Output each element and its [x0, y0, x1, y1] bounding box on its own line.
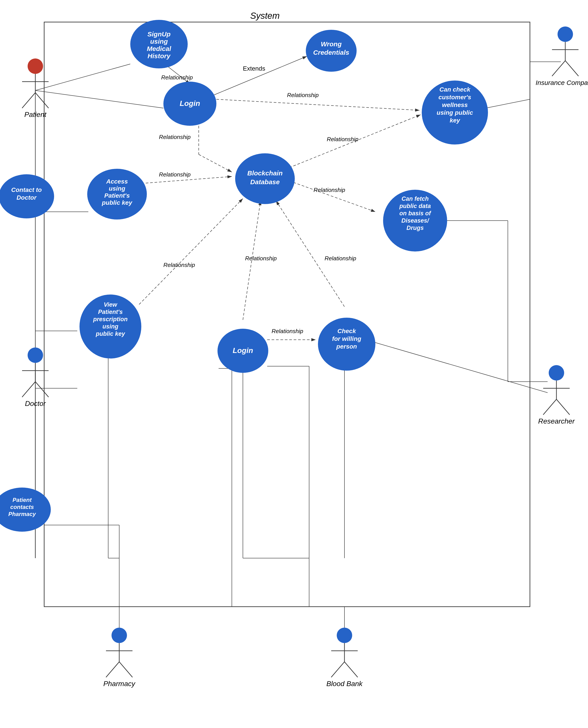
canfetch-text5: Drugs [406, 225, 424, 231]
access-text1: Access [106, 178, 128, 185]
researcher-actor-head [549, 365, 564, 380]
access-text2: using [109, 185, 125, 192]
signup-text4: History [147, 52, 171, 60]
svg-line-64 [119, 662, 132, 677]
cancheck-text5: key [450, 117, 460, 124]
rel-label-checkwilling-blockchain: Relationship [324, 255, 356, 262]
bloodbank-label: Blood Bank [327, 680, 363, 688]
svg-line-55 [552, 61, 565, 76]
insurance-actor-head [558, 26, 573, 42]
cancheck-text4: using public [437, 109, 473, 116]
canfetch-text4: Diseases/ [401, 217, 429, 224]
rel-label-access-blockchain: Relationship [159, 171, 191, 178]
canfetch-text3: on basis of [399, 210, 432, 217]
cancheck-text1: Can check [439, 86, 470, 93]
svg-line-18 [139, 199, 243, 305]
rel-label-view-blockchain: Relationship [163, 262, 195, 268]
signup-text1: SignUp [147, 30, 171, 38]
cancheck-text3: wellness [442, 102, 468, 108]
canfetch-text1: Can fetch [401, 196, 428, 202]
svg-line-63 [106, 662, 119, 677]
svg-line-60 [556, 399, 570, 415]
access-text3: Patient's [104, 192, 130, 199]
patient-label: Patient [24, 111, 47, 118]
svg-line-59 [543, 399, 556, 415]
signup-text3: Medical [147, 45, 171, 52]
svg-line-67 [331, 662, 344, 677]
researcher-label: Researcher [538, 417, 575, 425]
wrongcreds-text2: Credentials [313, 49, 349, 56]
svg-line-47 [22, 93, 35, 108]
svg-line-21 [276, 201, 344, 307]
patientpharmacy-text3: Pharmacy [8, 511, 36, 517]
rel-label-signup-login: Relationship [161, 74, 193, 81]
svg-line-51 [22, 382, 35, 397]
insurance-label: Insurance Company [536, 79, 588, 86]
patientpharmacy-text1: Patient [13, 497, 32, 503]
svg-line-48 [35, 93, 48, 108]
bloodbank-actor-head [337, 627, 352, 643]
cancheck-text2: customer's [439, 94, 471, 101]
viewprescription-text3: prescription [93, 316, 128, 323]
blockchain-text1: Blockchain [247, 170, 282, 177]
canfetch-text2: public data [399, 203, 431, 209]
login1-text: Login [180, 99, 200, 107]
pharmacy-label: Pharmacy [103, 680, 135, 688]
svg-line-68 [344, 662, 358, 677]
svg-line-44 [373, 342, 548, 393]
rel-label-blockchain-cancheck: Relationship [327, 136, 358, 142]
doctor-actor-head [27, 348, 43, 363]
doctor-label: Doctor [25, 399, 46, 407]
access-text4: public key [102, 199, 132, 206]
svg-line-3 [35, 64, 130, 90]
contactdoctor-text1: Contact to [11, 186, 42, 193]
svg-line-56 [565, 61, 579, 76]
viewprescription-text2: Patient's [98, 309, 123, 315]
viewprescription-text5: public key [96, 330, 125, 337]
svg-line-13 [199, 154, 232, 172]
rel-label-login2-checkwilling: Relationship [272, 328, 303, 334]
svg-line-11 [214, 56, 307, 95]
pharmacy-actor-head [111, 627, 127, 643]
svg-line-52 [35, 382, 48, 397]
checkwilling-text1: Check [337, 328, 356, 334]
contactdoctor-text2: Doctor [17, 194, 37, 201]
svg-line-4 [35, 90, 163, 108]
svg-line-17 [289, 181, 375, 212]
viewprescription-text1: View [104, 301, 118, 308]
signup-text2: using [150, 38, 168, 45]
rel-label-blockchain-canfetch: Relationship [314, 186, 345, 193]
checkwilling-text2: for willing [332, 335, 361, 342]
svg-line-27 [486, 99, 530, 108]
login2-text: Login [233, 346, 253, 354]
wrongcreds-text1: Wrong [321, 40, 341, 48]
system-label: System [250, 11, 279, 21]
patientpharmacy-text2: contacts [10, 504, 34, 510]
viewprescription-text4: using [102, 323, 119, 330]
checkwilling-text3: person [336, 343, 357, 350]
patient-actor-head [27, 59, 43, 74]
svg-line-14 [216, 99, 420, 110]
rel-label-login-cancheck: Relationship [287, 92, 319, 98]
blockchain-text2: Database [250, 178, 279, 185]
extends-label: Extends [243, 65, 265, 72]
rel-label-login2-blockchain: Relationship [245, 255, 277, 262]
rel-label-login-blockchain: Relationship [159, 134, 191, 140]
